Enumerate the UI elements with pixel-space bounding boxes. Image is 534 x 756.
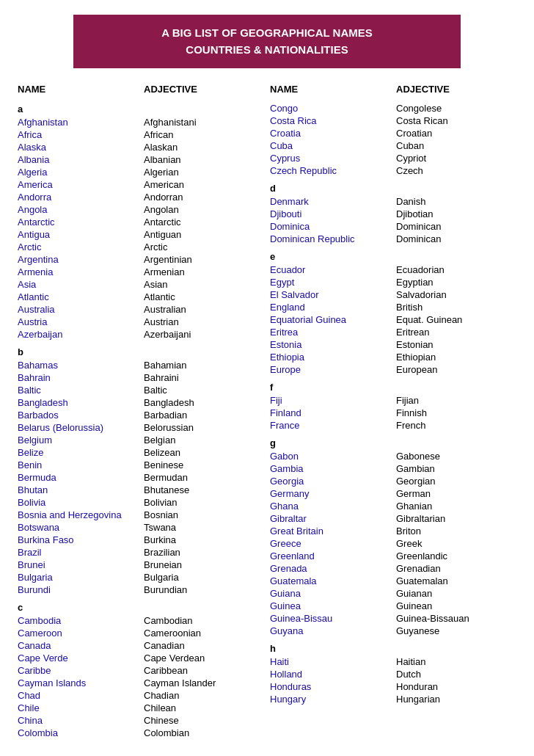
table-row: BulgariaBulgaria (15, 571, 267, 584)
table-row: BermudaBermudan (15, 471, 267, 484)
table-row: HondurasHonduran (267, 680, 519, 693)
table-row: BalticBaltic (15, 384, 267, 396)
table-row: AlbaniaAlbanian (15, 153, 267, 166)
table-row: ArgentinaArgentinian (15, 253, 267, 266)
table-row: AntiguaAntiguan (15, 228, 267, 241)
table-row: Bosnia and HerzegovinaBosnian (15, 509, 267, 521)
right-adj-header: ADJECTIVE (393, 83, 519, 98)
table-row: GabonGabonese (267, 450, 519, 462)
right-letter-f: f (267, 376, 519, 394)
right-letter-h: h (267, 637, 519, 655)
right-letter-e: e (267, 245, 519, 263)
table-row: CroatiaCroatian (267, 127, 519, 139)
table-row: ChadChadian (15, 689, 267, 702)
table-row: GermanyGerman (267, 487, 519, 500)
table-row: BrazilBrazilian (15, 546, 267, 559)
table-row: CongoCongolese (267, 102, 519, 115)
table-row: CaribbeCaribbean (15, 664, 267, 677)
table-row: Czech RepublicCzech (267, 164, 519, 177)
table-row: EritreaEritrean (267, 326, 519, 338)
table-row: Dominican RepublicDominican (267, 233, 519, 245)
table-row: FinlandFinnish (267, 407, 519, 419)
table-row: BurundiBurundian (15, 584, 267, 596)
left-name-header: NAME (15, 83, 141, 98)
table-row: GibraltarGibraltarian (267, 512, 519, 525)
table-row: BoliviaBolivian (15, 496, 267, 509)
header-box: A BIG LIST OF GEOGRAPHICAL NAMES COUNTRI… (73, 15, 461, 68)
table-row: GreenlandGreenlandic (267, 550, 519, 562)
table-row: BangladeshBangladesh (15, 396, 267, 409)
table-row: AfricaAfrican (15, 128, 267, 141)
table-row: BeninBeninese (15, 459, 267, 471)
table-row: AtlanticAtlantic (15, 291, 267, 303)
table-row: El SalvadorSalvadorian (267, 288, 519, 301)
table-row: CanadaCanadian (15, 639, 267, 652)
table-row: BahrainBahraini (15, 371, 267, 384)
table-row: AmericaAmerican (15, 178, 267, 191)
left-column: NAME ADJECTIVE a AfghanistanAfghanistani… (15, 83, 267, 739)
table-row: BhutanBhutanese (15, 484, 267, 496)
table-row: Equatorial GuineaEquat. Guinean (267, 313, 519, 326)
table-row: BotswanaTswana (15, 521, 267, 534)
table-row: ArmeniaArmenian (15, 266, 267, 278)
table-row: HollandDutch (267, 668, 519, 680)
table-row: ChileChilean (15, 702, 267, 714)
table-row: GuineaGuinean (267, 600, 519, 612)
table-row: Burkina FasoBurkina (15, 534, 267, 546)
table-row: BarbadosBarbadian (15, 409, 267, 421)
table-row: EgyptEgyptian (267, 276, 519, 288)
table-row: GambiaGambian (267, 462, 519, 475)
right-header-row: NAME ADJECTIVE (267, 83, 519, 98)
right-letter-d: d (267, 177, 519, 195)
table-row: AustraliaAustralian (15, 303, 267, 316)
table-row: DenmarkDanish (267, 195, 519, 208)
table-row: FijiFijian (267, 394, 519, 407)
table-row: ArcticArctic (15, 241, 267, 253)
table-row: AzerbaijanAzerbaijani (15, 328, 267, 341)
table-row: GhanaGhanian (267, 500, 519, 512)
table-row: Costa RicaCosta Rican (267, 115, 519, 127)
right-column: NAME ADJECTIVE CongoCongolese Costa Rica… (267, 83, 519, 739)
header-line2: COUNTRIES & NATIONALITIES (88, 42, 446, 59)
left-letter-b: b (15, 341, 267, 359)
table-row: AndorraAndorran (15, 191, 267, 203)
table-row: ChinaChinese (15, 714, 267, 727)
table-row: EuropeEuropean (267, 363, 519, 376)
table-row: Guinea-BissauGuinea-Bissauan (267, 612, 519, 625)
right-letter-g: g (267, 432, 519, 450)
table-row: Great BritainBriton (267, 525, 519, 537)
table-row: GuyanaGuyanese (267, 625, 519, 637)
table-row: BelizeBelizean (15, 446, 267, 459)
table-row: HungaryHungarian (267, 693, 519, 705)
table-row: Belarus (Belorussia)Belorussian (15, 421, 267, 434)
table-row: AntarcticAntarctic (15, 216, 267, 228)
table-row: EnglandBritish (267, 301, 519, 313)
table-row: GeorgiaGeorgian (267, 475, 519, 487)
table-row: CameroonCameroonian (15, 627, 267, 639)
header-line1: A BIG LIST OF GEOGRAPHICAL NAMES (88, 25, 446, 42)
table-row: AsiaAsian (15, 278, 267, 291)
table-row: BahamasBahamian (15, 359, 267, 371)
table-row: FranceFrench (267, 419, 519, 432)
table-row: GuianaGuianan (267, 587, 519, 600)
table-row: GrenadaGrenadian (267, 562, 519, 575)
table-row: EthiopiaEthiopian (267, 351, 519, 363)
left-letter-a: a (15, 98, 267, 116)
table-row: AfghanistanAfghanistani (15, 116, 267, 128)
table-row: CubaCuban (267, 139, 519, 152)
table-row: CyprusCypriot (267, 152, 519, 164)
table-row: AlaskaAlaskan (15, 141, 267, 153)
table-row: HaitiHaitian (267, 655, 519, 668)
table-row: DominicaDominican (267, 220, 519, 233)
table-row: Cape VerdeCape Verdean (15, 652, 267, 664)
table-row: DjiboutiDjibotian (267, 208, 519, 220)
left-letter-c: c (15, 596, 267, 614)
left-header-row: NAME ADJECTIVE (15, 83, 267, 98)
table-row: BelgiumBelgian (15, 434, 267, 446)
table-row: BruneiBruneian (15, 559, 267, 571)
table-row: ColombiaColombian (15, 727, 267, 739)
left-adj-header: ADJECTIVE (141, 83, 267, 98)
table-row: EcuadorEcuadorian (267, 263, 519, 276)
table-row: GuatemalaGuatemalan (267, 575, 519, 587)
table-row: EstoniaEstonian (267, 338, 519, 351)
